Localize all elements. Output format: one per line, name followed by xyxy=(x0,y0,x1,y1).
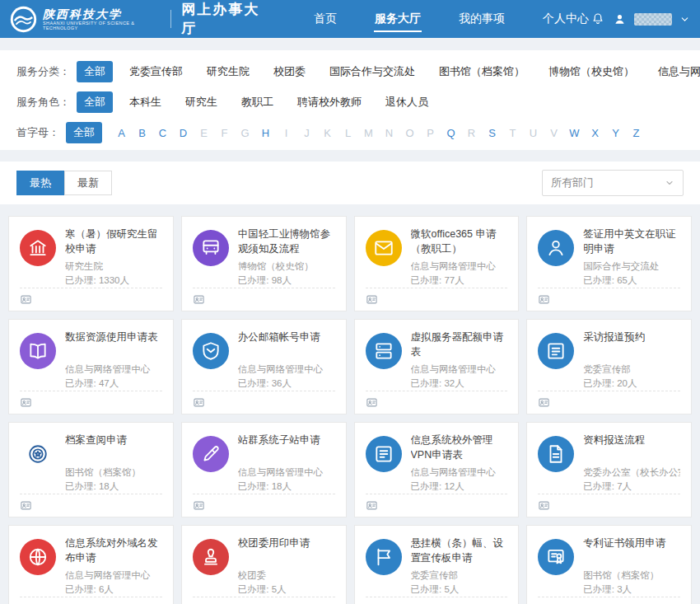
nav-item[interactable]: 我的事项 xyxy=(457,0,506,38)
filter-option[interactable]: 全部 xyxy=(77,91,113,113)
service-department: 信息与网络管理中心 xyxy=(411,363,508,376)
service-title: 虚拟服务器配额申请表 xyxy=(411,330,508,359)
service-card[interactable]: 数据资源使用申请表 信息与网络管理中心 已办理: 47人 xyxy=(8,319,174,414)
filter-option[interactable]: 党委宣传部 xyxy=(122,61,190,82)
service-handle-icon xyxy=(20,293,32,306)
filter-option[interactable]: 博物馆（校史馆） xyxy=(541,61,642,82)
filter-option[interactable]: 教职工 xyxy=(234,91,281,113)
service-department: 博物馆（校史馆） xyxy=(238,260,335,273)
service-card[interactable]: 办公邮箱帐号申请 信息与网络管理中心 已办理: 36人 xyxy=(181,319,347,414)
service-department: 党委宣传部 xyxy=(583,363,680,376)
initial-letter: F xyxy=(214,127,235,139)
initial-letter: P xyxy=(420,127,441,139)
service-handled-count: 已办理: 18人 xyxy=(238,480,335,493)
sort-tab[interactable]: 最热 xyxy=(16,171,64,195)
initial-letter[interactable]: Q xyxy=(441,127,461,139)
initial-letter[interactable]: W xyxy=(564,127,585,139)
filter-option[interactable]: 全部 xyxy=(77,61,113,82)
department-select[interactable]: 所有部门 xyxy=(542,170,684,196)
header-divider xyxy=(170,10,171,28)
initial-letter[interactable]: Z xyxy=(626,127,646,139)
university-logo-icon xyxy=(10,6,37,33)
service-title: 专利证书领用申请 xyxy=(583,536,680,565)
service-handle-icon xyxy=(20,396,32,409)
globe-icon xyxy=(20,539,56,575)
service-card[interactable]: 签证用中英文在职证明申请 国际合作与交流处 已办理: 65人 xyxy=(526,216,692,311)
service-department: 党委宣传部 xyxy=(411,569,508,582)
service-card[interactable]: 专利证书领用申请 图书馆（档案馆） 已办理: 3人 xyxy=(526,525,692,604)
filter-option[interactable]: 校团委 xyxy=(266,61,313,82)
initial-option-all[interactable]: 全部 xyxy=(66,122,102,143)
sort-tab[interactable]: 最新 xyxy=(64,171,112,195)
nav-item[interactable]: 个人中心 xyxy=(541,0,590,38)
service-handled-count: 已办理: 5人 xyxy=(411,583,508,596)
service-handle-icon xyxy=(538,293,550,306)
filter-label-initial: 首字母： xyxy=(16,125,59,140)
user-avatar-icon[interactable] xyxy=(613,12,627,26)
filter-option[interactable]: 图书馆（档案馆） xyxy=(432,61,532,82)
initial-letter: G xyxy=(235,127,255,139)
service-department: 信息与网络管理中心 xyxy=(65,363,162,376)
service-handle-icon xyxy=(20,499,32,512)
initial-letter: L xyxy=(338,127,358,139)
service-handled-count: 已办理: 12人 xyxy=(411,480,508,493)
service-card[interactable]: 悬挂横（条）幅、设置宣传板申请 党委宣传部 已办理: 5人 xyxy=(354,525,520,604)
initial-letter[interactable]: C xyxy=(152,127,173,139)
service-card[interactable]: 中国轻工业博物馆参观须知及流程 博物馆（校史馆） 已办理: 98人 xyxy=(181,216,347,311)
university-name-cn: 陕西科技大学 xyxy=(43,7,161,21)
service-card[interactable]: 资料报送流程 党委办公室（校长办公室） 已办理: 7人 xyxy=(526,422,692,517)
initial-letter: T xyxy=(502,127,523,139)
filter-option[interactable]: 国际合作与交流处 xyxy=(322,61,422,82)
service-card[interactable]: 站群系统子站申请 信息与网络管理中心 已办理: 18人 xyxy=(181,422,347,517)
initial-letter[interactable]: D xyxy=(173,127,194,139)
filter-row-role: 服务角色： 全部本科生研究生教职工聘请校外教师退休人员 xyxy=(16,91,684,113)
service-title: 站群系统子站申请 xyxy=(238,433,335,462)
filter-option[interactable]: 研究生 xyxy=(178,91,225,113)
certificate-icon xyxy=(538,539,574,575)
header: 陕西科技大学 SHAANXI UNIVERSITY OF SCIENCE & T… xyxy=(0,0,700,38)
building-icon xyxy=(20,230,56,266)
service-card[interactable]: 校团委用印申请 校团委 已办理: 5人 xyxy=(181,525,347,604)
service-card[interactable]: 采访报道预约 党委宣传部 已办理: 20人 xyxy=(526,319,692,414)
initial-letter[interactable]: S xyxy=(482,127,502,139)
service-card[interactable]: 档案查阅申请 图书馆（档案馆） 已办理: 18人 xyxy=(8,422,174,517)
filter-label-category: 服务分类： xyxy=(16,64,70,79)
initial-letter: M xyxy=(358,127,379,139)
filter-row-category: 服务分类： 全部党委宣传部研究生院校团委国际合作与交流处图书馆（档案馆）博物馆（… xyxy=(16,61,684,82)
university-logo[interactable]: 陕西科技大学 SHAANXI UNIVERSITY OF SCIENCE & T… xyxy=(10,6,161,33)
service-card[interactable]: 信息系统校外管理VPN申请表 信息与网络管理中心 已办理: 12人 xyxy=(354,422,520,517)
filter-option[interactable]: 本科生 xyxy=(122,91,169,113)
filter-option[interactable]: 聘请校外教师 xyxy=(290,91,369,113)
user-menu-chevron-down-icon[interactable] xyxy=(679,14,690,25)
service-card[interactable]: 虚拟服务器配额申请表 信息与网络管理中心 已办理: 32人 xyxy=(354,319,520,414)
initial-letter: O xyxy=(399,127,420,139)
filter-option[interactable]: 退休人员 xyxy=(378,91,436,113)
service-title: 中国轻工业博物馆参观须知及流程 xyxy=(238,227,335,256)
page: 陕西科技大学 SHAANXI UNIVERSITY OF SCIENCE & T… xyxy=(0,0,700,604)
service-card[interactable]: 微软office365 申请（教职工） 信息与网络管理中心 已办理: 77人 xyxy=(354,216,520,311)
service-card[interactable]: 信息系统对外域名发布申请 信息与网络管理中心 已办理: 6人 xyxy=(8,525,174,604)
initial-letter[interactable]: X xyxy=(585,127,605,139)
initial-letter[interactable]: H xyxy=(255,127,276,139)
filter-option[interactable]: 信息与网络管理中心 xyxy=(651,61,700,82)
notification-bell-icon[interactable] xyxy=(590,12,605,26)
service-card[interactable]: 寒（暑）假研究生留校申请 研究生院 已办理: 1330人 xyxy=(8,216,174,311)
service-handled-count: 已办理: 65人 xyxy=(583,274,680,287)
service-department: 图书馆（档案馆） xyxy=(583,569,680,582)
initial-letter: V xyxy=(544,127,564,139)
service-card-grid: 寒（暑）假研究生留校申请 研究生院 已办理: 1330人 中国轻工业博物馆参观须… xyxy=(0,204,700,604)
initial-letter[interactable]: A xyxy=(111,127,132,139)
initial-letter: E xyxy=(194,127,214,139)
service-handled-count: 已办理: 5人 xyxy=(238,583,335,596)
service-handled-count: 已办理: 6人 xyxy=(65,583,162,596)
service-title: 采访报道预约 xyxy=(583,330,680,359)
service-department: 党委办公室（校长办公室） xyxy=(583,466,680,479)
banner-icon xyxy=(366,539,402,575)
nav-item[interactable]: 服务大厅 xyxy=(373,0,422,38)
service-handled-count: 已办理: 36人 xyxy=(238,377,335,390)
filter-option[interactable]: 研究生院 xyxy=(199,61,257,82)
initial-letter[interactable]: B xyxy=(132,127,152,139)
nav-item[interactable]: 首页 xyxy=(312,0,338,38)
category-options: 全部党委宣传部研究生院校团委国际合作与交流处图书馆（档案馆）博物馆（校史馆）信息… xyxy=(77,61,700,82)
initial-letter[interactable]: Y xyxy=(605,127,626,139)
